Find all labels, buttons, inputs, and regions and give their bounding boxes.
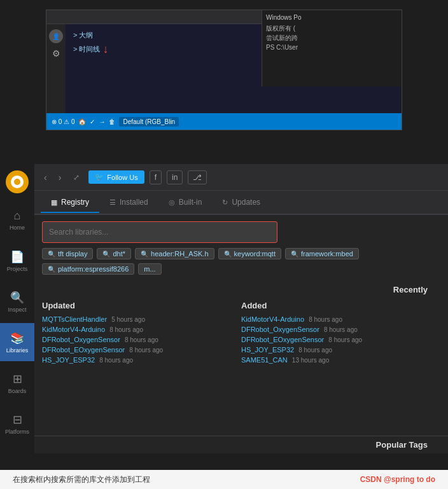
list-item: HS_JOY_ESP32 8 hours ago (241, 346, 440, 354)
lib-link-kidmotor-u[interactable]: KidMotorV4-Arduino (42, 326, 105, 333)
search-tag-label-dht: dht* (113, 250, 125, 258)
search-tag-dht[interactable]: 🔍 dht* (97, 248, 131, 259)
back-button[interactable]: ‹ (41, 170, 50, 184)
lib-link-dfrobot-o-a[interactable]: DFRobot_OxygenSensor (241, 326, 319, 333)
search-input[interactable] (49, 228, 270, 237)
sidebar-item-inspect[interactable]: 🔍 Inspect (0, 282, 34, 320)
search-tag-label-header: header:RH_ASK.h (151, 250, 209, 258)
tab-installed[interactable]: ☰ Installed (99, 193, 158, 213)
list-item: KidMotorV4-Arduino 8 hours ago (42, 326, 241, 333)
list-item: MQTTsClientHandler 5 hours ago (42, 315, 241, 323)
lib-link-dfrobot-o-u[interactable]: DFRobot_OxygenSensor (42, 336, 120, 343)
sidebar-item-home[interactable]: ⌂ Home (0, 201, 34, 239)
list-item: KidMotorV4-Arduino 8 hours ago (241, 315, 440, 323)
editor-sidebar-icons: 👤 ⚙ (46, 24, 66, 113)
search-area: 🔍 tft display 🔍 dht* 🔍 header:RH_ASK.h 🔍… (34, 215, 448, 279)
expand-button[interactable]: ⤢ (69, 171, 83, 184)
search-tag-icon-keyword: 🔍 (224, 251, 232, 258)
toolbar: ‹ › ⤢ 🐦 Follow Us f in ⎇ (34, 164, 448, 191)
search-box (42, 221, 277, 243)
sidebar-item-boards[interactable]: ⊞ Boards (0, 364, 34, 402)
sidebar-item-projects[interactable]: 📄 Projects (0, 242, 34, 280)
lib-link-hsjoy-a[interactable]: HS_JOY_ESP32 (241, 346, 294, 354)
home-icon: ⌂ (14, 209, 21, 223)
statusbar-home: 🏠 (78, 118, 86, 125)
boards-icon: ⊞ (13, 372, 22, 386)
linkedin-icon: in (172, 173, 178, 182)
search-tag-framework[interactable]: 🔍 framework:mbed (285, 248, 359, 259)
editor-user-icon: 👤 (49, 29, 63, 43)
lib-link-same51[interactable]: SAME51_CAN (241, 356, 288, 364)
recently-col: Recently Updated MQTTsClientHandler 5 ho… (42, 285, 440, 429)
terminal-text3: PS C:\User (266, 43, 398, 52)
added-col: Added KidMotorV4-Arduino 8 hours ago DFR… (241, 301, 440, 366)
search-tag-icon-framework: 🔍 (291, 251, 298, 258)
editor-screenshot: 在 22:17: 👤 ⚙ > 大纲 > 时间线 ↓ Windows Po 版权所… (46, 10, 402, 130)
lib-link-hsjoy-u[interactable]: HS_JOY_ESP32 (42, 356, 95, 364)
recently-section-title: Recently (42, 285, 440, 294)
search-tag-tft[interactable]: 🔍 tft display (42, 248, 93, 259)
added-subtitle: Added (241, 301, 440, 310)
inspect-icon: 🔍 (10, 291, 24, 305)
lib-time-same51: 13 hours ago (292, 357, 329, 364)
search-tag-header[interactable]: 🔍 header:RH_ASK.h (135, 248, 214, 259)
lib-time-kidmotor-a: 8 hours ago (309, 316, 342, 323)
lib-time-dfrobot-e-u: 8 hours ago (129, 347, 163, 354)
terminal-text2: 尝试新的跨 (266, 33, 398, 43)
linkedin-button[interactable]: in (167, 170, 183, 184)
lib-link-dfrobot-e-u[interactable]: DFRobot_EOxygenSensor (42, 346, 125, 354)
statusbar-default: Default (RGB_Blin (119, 117, 179, 127)
search-tag-more[interactable]: m... (138, 263, 161, 275)
lib-link-kidmotor-a[interactable]: KidMotorV4-Arduino (241, 315, 304, 323)
facebook-icon: f (155, 173, 157, 182)
sidebar-label-boards: Boards (8, 388, 27, 394)
sidebar-item-platforms[interactable]: ⊟ Platforms (0, 404, 34, 443)
tab-updates-label: Updates (232, 198, 260, 207)
lib-time-hsjoy-a: 8 hours ago (298, 347, 332, 354)
lib-time-hsjoy-u: 8 hours ago (99, 357, 133, 364)
statusbar-trash: 🗑 (109, 118, 115, 125)
list-item: HS_JOY_ESP32 8 hours ago (42, 356, 241, 364)
left-sidebar: ⌂ Home 📄 Projects 🔍 Inspect 📚 Libraries … (0, 164, 34, 453)
statusbar-arrow: → (99, 118, 105, 125)
updated-subtitle: Updated (42, 301, 241, 310)
tab-registry[interactable]: ▦ Registry (41, 193, 99, 213)
lib-time-mqtt: 5 hours ago (111, 316, 145, 323)
search-tag-icon-tft: 🔍 (48, 251, 55, 258)
facebook-button[interactable]: f (150, 170, 162, 184)
lib-time-kidmotor-u: 8 hours ago (109, 326, 143, 333)
search-tag-icon-header: 🔍 (141, 251, 148, 258)
tab-updates[interactable]: ↻ Updates (212, 193, 270, 213)
platforms-icon: ⊟ (13, 413, 22, 427)
tab-built-in[interactable]: ◎ Built-in (158, 193, 213, 213)
github-button[interactable]: ⎇ (188, 170, 207, 184)
forward-button[interactable]: › (55, 170, 65, 184)
top-section: 在 22:17: 👤 ⚙ > 大纲 > 时间线 ↓ Windows Po 版权所… (0, 0, 448, 134)
editor-statusbar: ⊗ 0 ⚠ 0 🏠 ✓ → 🗑 Default (RGB_Blin (46, 113, 402, 130)
follow-us-button[interactable]: 🐦 Follow Us (88, 170, 144, 184)
list-item: DFRobot_OxygenSensor 8 hours ago (241, 326, 440, 333)
terminal-title: Windows Po (266, 14, 398, 21)
tab-builtin-label: Built-in (179, 198, 202, 207)
tabs-row: ▦ Registry ☰ Installed ◎ Built-in ↻ Upda… (34, 191, 448, 215)
sidebar-label-platforms: Platforms (5, 429, 29, 435)
lib-time-dfrobot-e-a: 8 hours ago (328, 336, 362, 343)
updates-tab-icon: ↻ (222, 198, 228, 207)
list-item: SAME51_CAN 13 hours ago (241, 356, 440, 364)
red-arrow-icon: ↓ (102, 43, 108, 56)
popular-tags-title: Popular Tags (42, 440, 440, 450)
lib-link-dfrobot-e-a[interactable]: DFRobot_EOxygenSensor (241, 336, 324, 343)
registry-tab-icon: ▦ (51, 198, 57, 207)
search-tag-keyword[interactable]: 🔍 keyword:mqtt (218, 248, 281, 259)
list-item: DFRobot_OxygenSensor 8 hours ago (42, 336, 241, 343)
follow-us-label: Follow Us (107, 174, 137, 181)
list-item: DFRobot_EOxygenSensor 8 hours ago (241, 336, 440, 343)
sidebar-item-libraries[interactable]: 📚 Libraries (0, 323, 34, 361)
lib-link-mqtt[interactable]: MQTTsClientHandler (42, 315, 107, 323)
libraries-icon: 📚 (10, 331, 24, 345)
search-tag-platform[interactable]: 🔍 platform:espressif8266 (42, 263, 134, 275)
search-tag-label-tft: tft display (58, 250, 87, 258)
projects-icon: 📄 (10, 250, 24, 264)
updated-col: Updated MQTTsClientHandler 5 hours ago K… (42, 301, 241, 366)
search-tag-label-keyword: keyword:mqtt (234, 250, 276, 258)
